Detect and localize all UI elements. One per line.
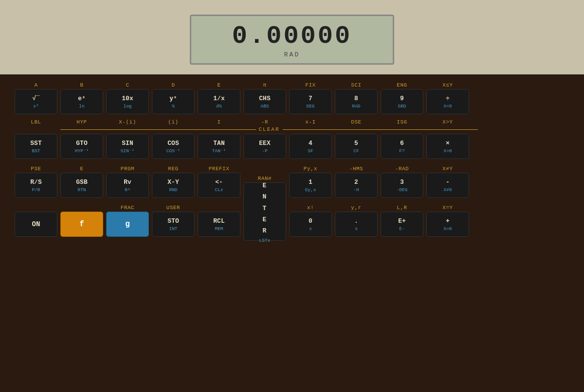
- key-minus-label: -: [446, 178, 450, 186]
- key-dot-label: .: [354, 217, 358, 225]
- key-yx[interactable]: yˣ %: [152, 89, 195, 114]
- key-rv[interactable]: Rv R^: [106, 173, 149, 198]
- key-row-1: √‾ x² eˣ ln 10x log yˣ % 1/x d% CHS ABS …: [15, 89, 569, 114]
- label-HYP: HYP: [60, 119, 103, 125]
- key-7-sub: DEG: [306, 104, 314, 109]
- key-2[interactable]: 2 -H: [335, 173, 378, 198]
- key-chs[interactable]: CHS ABS: [243, 89, 286, 114]
- clear-line-right: [283, 129, 478, 130]
- key-enter[interactable]: ENTER LSTx: [243, 182, 286, 241]
- key-tan-sub: TAN⁻¹: [212, 148, 226, 154]
- key-dot[interactable]: . s: [335, 212, 378, 237]
- label-E: E: [198, 82, 240, 88]
- key-7[interactable]: 7 DEG: [289, 89, 332, 114]
- label-R: -R: [243, 119, 286, 125]
- label-row-3: PSE E PRGM REG PREFIX: [15, 163, 240, 172]
- key-sst[interactable]: SST BST: [15, 134, 57, 159]
- key-1-sub: Gy,x: [305, 187, 316, 193]
- key-9-label: 9: [400, 95, 404, 103]
- key-minus-sub: X≠0: [443, 187, 452, 193]
- key-gto-sub: HYP⁻¹: [75, 148, 89, 154]
- key-8-label: 8: [354, 95, 358, 103]
- key-1x-sub: d%: [216, 104, 221, 109]
- key-gto[interactable]: GTO HYP⁻¹: [60, 134, 103, 159]
- key-7-label: 7: [309, 95, 312, 103]
- key-g[interactable]: g: [106, 212, 149, 237]
- clear-label: CLEAR: [256, 126, 283, 132]
- key-back[interactable]: <- CLx: [198, 173, 240, 198]
- key-plus[interactable]: + X=0: [426, 212, 469, 237]
- key-3[interactable]: 3 -DEG: [381, 173, 423, 198]
- key-1x-label: 1/x: [213, 95, 224, 103]
- label-REG: REG: [152, 166, 195, 172]
- label-RAD: -RAD: [381, 166, 423, 172]
- key-on-label: ON: [32, 220, 40, 229]
- key-ex[interactable]: eˣ ln: [60, 89, 103, 114]
- key-sqrt[interactable]: √‾ x²: [15, 89, 57, 114]
- key-yx-label: yˣ: [169, 95, 177, 103]
- label-FRAC: FRAC: [106, 205, 149, 211]
- label-i: (i): [152, 119, 195, 125]
- label-Pyx: Py,x: [289, 166, 332, 172]
- key-eplus[interactable]: E+ E-: [381, 212, 423, 237]
- key-sst-sub: BST: [32, 148, 40, 154]
- label-XgtY: X>Y: [426, 119, 469, 125]
- key-tan[interactable]: TAN TAN⁻¹: [198, 134, 240, 159]
- label-pi: π: [243, 82, 286, 88]
- key-sqrt-label: √‾: [32, 95, 40, 103]
- key-rcl[interactable]: RCL MEM: [198, 212, 240, 237]
- key-enter-label: ENTER: [263, 180, 267, 237]
- label-B: B: [60, 82, 103, 88]
- key-8[interactable]: 8 RAD: [335, 89, 378, 114]
- key-6[interactable]: 6 F?: [381, 134, 423, 159]
- label-E2: E: [60, 166, 103, 172]
- label-ENG: ENG: [381, 82, 423, 88]
- key-4[interactable]: 4 SF: [289, 134, 332, 159]
- key-on[interactable]: ON: [15, 212, 57, 237]
- display-value: 0.00000: [232, 24, 352, 49]
- key-sin[interactable]: SIN SIN⁻¹: [106, 134, 149, 159]
- clear-line-left: [60, 129, 256, 130]
- label-FIX: FIX: [289, 82, 332, 88]
- key-sin-sub: SIN⁻¹: [121, 148, 135, 154]
- key-cos-label: COS: [167, 140, 179, 147]
- key-0-sub: x: [309, 226, 312, 232]
- key-3-sub: -DEG: [397, 187, 408, 193]
- key-6-label: 6: [400, 140, 404, 147]
- key-f-label: f: [79, 220, 84, 229]
- clear-bar: CLEAR: [15, 126, 569, 132]
- key-minus[interactable]: - X≠0: [426, 173, 469, 198]
- key-rs[interactable]: R/S P/R: [15, 173, 57, 198]
- key-9[interactable]: 9 GRD: [381, 89, 423, 114]
- key-cos[interactable]: COS COS⁻¹: [152, 134, 195, 159]
- key-tan-label: TAN: [213, 140, 224, 147]
- label-LBL: LBL: [15, 119, 57, 125]
- key-0[interactable]: 0 x: [289, 212, 332, 237]
- key-f[interactable]: f: [60, 212, 103, 237]
- key-1[interactable]: 1 Gy,x: [289, 173, 332, 198]
- label-A: A: [15, 82, 57, 88]
- key-chs-sub: ABS: [260, 104, 269, 109]
- key-gsb[interactable]: GSB RTN: [60, 173, 103, 198]
- key-mul[interactable]: × X>0: [426, 134, 469, 159]
- key-10x[interactable]: 10x log: [106, 89, 149, 114]
- key-sto[interactable]: STO INT: [152, 212, 195, 237]
- key-sst-label: SST: [30, 140, 41, 147]
- key-eex[interactable]: EEX -P: [243, 134, 286, 159]
- label-xfact: x!: [289, 205, 332, 211]
- key-6-sub: F?: [399, 148, 404, 154]
- key-div-sub: X<0: [443, 104, 452, 109]
- key-sin-label: SIN: [122, 140, 133, 147]
- key-gsb-sub: RTN: [77, 187, 86, 193]
- key-div[interactable]: ÷ X<0: [426, 89, 469, 114]
- key-xy[interactable]: X-Y RND: [152, 173, 195, 198]
- key-5-label: 5: [354, 140, 358, 147]
- key-chs-label: CHS: [259, 95, 270, 103]
- key-5[interactable]: 5 CF: [335, 134, 378, 159]
- key-back-sub: CLx: [215, 187, 223, 193]
- label-xI: x-I: [289, 119, 332, 125]
- key-1x[interactable]: 1/x d%: [198, 89, 240, 114]
- key-enter-sub: LSTx: [259, 238, 271, 243]
- label-I: I: [198, 119, 240, 125]
- key-5-sub: CF: [353, 148, 359, 154]
